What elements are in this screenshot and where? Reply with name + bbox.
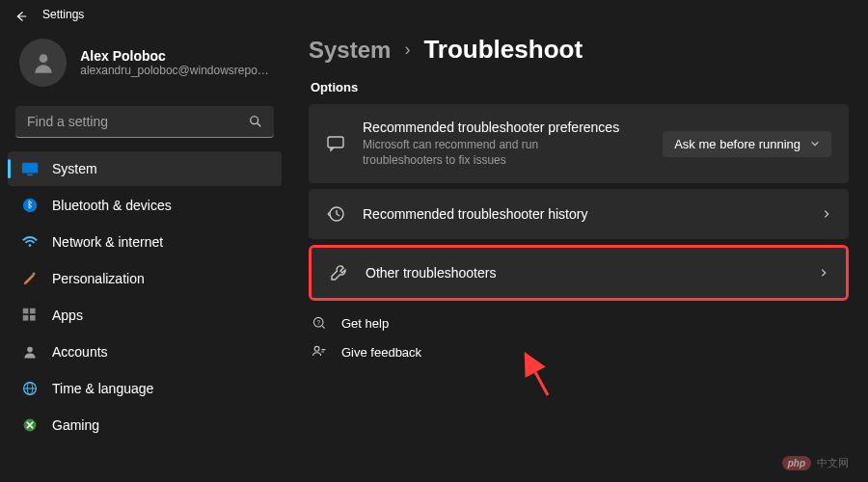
nav-item-label: Accounts bbox=[52, 344, 108, 360]
nav-item-label: Network & internet bbox=[52, 234, 163, 250]
help-link-label: Get help bbox=[341, 316, 389, 331]
help-link-label: Give feedback bbox=[341, 345, 421, 360]
feedback-link[interactable]: Give feedback bbox=[311, 343, 849, 361]
feedback-icon bbox=[311, 343, 328, 361]
svg-rect-9 bbox=[30, 308, 36, 314]
nav-item-label: Apps bbox=[52, 308, 83, 323]
chevron-right-icon bbox=[822, 209, 831, 219]
brush-icon bbox=[21, 270, 39, 287]
chat-icon bbox=[326, 134, 345, 153]
svg-rect-11 bbox=[30, 315, 36, 321]
card-title: Recommended troubleshooter preferences bbox=[363, 120, 645, 135]
breadcrumb: System › Troubleshoot bbox=[309, 35, 849, 65]
card-title: Other troubleshooters bbox=[366, 265, 801, 281]
nav-item-time-language[interactable]: Time & language bbox=[8, 371, 282, 406]
nav-item-bluetooth[interactable]: Bluetooth & devices bbox=[8, 188, 282, 223]
section-label: Options bbox=[311, 80, 849, 94]
card-troubleshooter-history[interactable]: Recommended troubleshooter history bbox=[309, 189, 849, 239]
apps-icon bbox=[21, 307, 39, 324]
help-icon: ? bbox=[311, 314, 328, 332]
svg-point-1 bbox=[251, 117, 258, 124]
nav-item-system[interactable]: System bbox=[8, 151, 282, 186]
nav-item-network[interactable]: Network & internet bbox=[8, 225, 282, 259]
breadcrumb-current: Troubleshoot bbox=[423, 35, 583, 65]
gaming-icon bbox=[21, 416, 39, 434]
svg-rect-4 bbox=[27, 174, 32, 175]
globe-icon bbox=[21, 380, 39, 397]
sidebar: Alex Poloboc alexandru_poloboc@windowsre… bbox=[0, 29, 289, 482]
chevron-down-icon bbox=[810, 139, 820, 148]
nav-item-label: System bbox=[52, 161, 97, 176]
card-recommended-preferences[interactable]: Recommended troubleshooter preferences M… bbox=[309, 104, 849, 183]
watermark-badge: php bbox=[782, 456, 811, 470]
nav-list: System Bluetooth & devices Network & int… bbox=[8, 151, 282, 442]
nav-item-gaming[interactable]: Gaming bbox=[8, 408, 282, 442]
titlebar: Settings bbox=[0, 0, 868, 29]
svg-rect-17 bbox=[328, 137, 343, 147]
profile-name: Alex Poloboc bbox=[80, 48, 270, 64]
svg-line-2 bbox=[258, 123, 261, 127]
card-subtitle: Microsoft can recommend and run troubles… bbox=[363, 137, 613, 168]
nav-item-label: Time & language bbox=[52, 381, 153, 396]
search-input-container[interactable] bbox=[15, 106, 274, 138]
svg-rect-8 bbox=[23, 308, 29, 314]
svg-point-6 bbox=[29, 244, 32, 247]
app-title: Settings bbox=[42, 8, 84, 21]
history-icon bbox=[326, 204, 345, 224]
nav-item-accounts[interactable]: Accounts bbox=[8, 335, 282, 369]
card-other-troubleshooters[interactable]: Other troubleshooters bbox=[312, 248, 846, 298]
nav-item-label: Bluetooth & devices bbox=[52, 198, 172, 213]
content: System › Troubleshoot Options Recommende… bbox=[289, 29, 868, 482]
help-links: ? Get help Give feedback bbox=[309, 314, 849, 361]
nav-item-apps[interactable]: Apps bbox=[8, 298, 282, 333]
bluetooth-icon bbox=[21, 197, 39, 214]
chevron-right-icon bbox=[819, 268, 828, 278]
svg-point-0 bbox=[39, 54, 47, 63]
back-icon[interactable] bbox=[15, 9, 27, 20]
nav-item-label: Personalization bbox=[52, 271, 145, 286]
profile[interactable]: Alex Poloboc alexandru_poloboc@windowsre… bbox=[8, 29, 282, 102]
wifi-icon bbox=[21, 233, 39, 251]
watermark-text: 中文网 bbox=[817, 456, 849, 470]
nav-item-label: Gaming bbox=[52, 417, 99, 433]
system-icon bbox=[21, 160, 39, 177]
svg-rect-3 bbox=[22, 163, 38, 174]
chevron-right-icon: › bbox=[404, 40, 410, 60]
search-input[interactable] bbox=[27, 114, 249, 129]
search-icon bbox=[249, 115, 262, 128]
breadcrumb-parent[interactable]: System bbox=[309, 37, 391, 64]
get-help-link[interactable]: ? Get help bbox=[311, 314, 849, 332]
svg-point-21 bbox=[314, 347, 319, 352]
svg-text:?: ? bbox=[316, 319, 320, 326]
profile-text: Alex Poloboc alexandru_poloboc@windowsre… bbox=[80, 48, 270, 77]
wrench-icon bbox=[329, 263, 348, 282]
svg-point-12 bbox=[27, 347, 33, 353]
avatar bbox=[19, 39, 67, 87]
accounts-icon bbox=[21, 343, 39, 361]
card-title: Recommended troubleshooter history bbox=[363, 206, 804, 222]
profile-email: alexandru_poloboc@windowsreport... bbox=[80, 64, 270, 77]
watermark: php 中文网 bbox=[782, 456, 849, 470]
nav-item-personalization[interactable]: Personalization bbox=[8, 261, 282, 296]
highlight-annotation: Other troubleshooters bbox=[309, 245, 849, 301]
svg-rect-10 bbox=[23, 315, 29, 321]
dropdown-label: Ask me before running bbox=[674, 137, 800, 151]
dropdown-recommended-preference[interactable]: Ask me before running bbox=[663, 131, 831, 157]
